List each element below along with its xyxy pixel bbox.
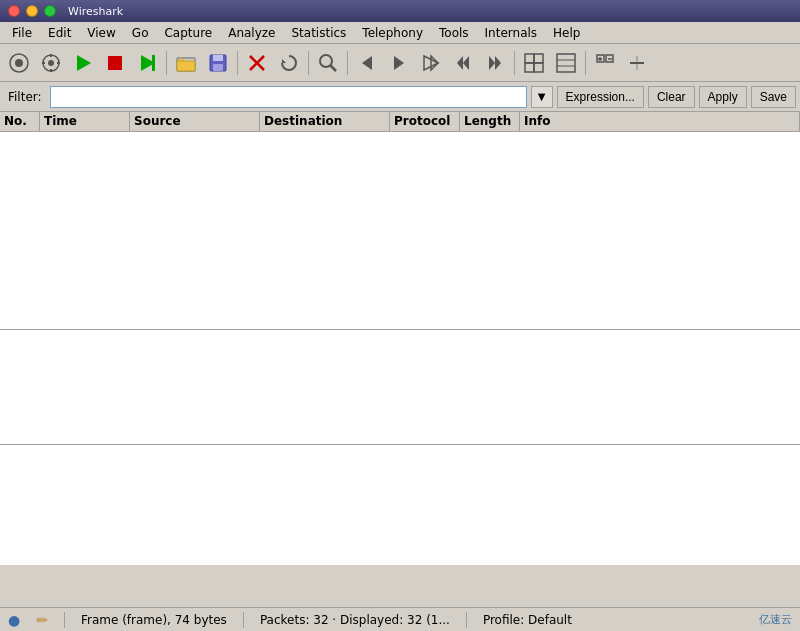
expression-button[interactable]: Expression... xyxy=(557,86,644,108)
open-button[interactable] xyxy=(171,48,201,78)
toolbar-separator-1 xyxy=(166,51,167,75)
options-button[interactable] xyxy=(36,48,66,78)
svg-rect-13 xyxy=(177,61,195,71)
last-packet-button[interactable] xyxy=(480,48,510,78)
filter-input[interactable] xyxy=(50,86,527,108)
status-separator-1 xyxy=(64,612,65,628)
maximize-button[interactable] xyxy=(44,5,56,17)
svg-rect-11 xyxy=(152,55,155,71)
close-button[interactable] xyxy=(8,5,20,17)
svg-rect-31 xyxy=(534,54,543,63)
packets-info: Packets: 32 · Displayed: 32 (1... xyxy=(260,613,450,627)
menu-view[interactable]: View xyxy=(79,24,123,42)
menu-internals[interactable]: Internals xyxy=(477,24,546,42)
svg-rect-34 xyxy=(557,54,575,72)
menu-bar: File Edit View Go Capture Analyze Statis… xyxy=(0,22,800,44)
toolbar-separator-4 xyxy=(347,51,348,75)
svg-rect-9 xyxy=(108,56,122,70)
menu-statistics[interactable]: Statistics xyxy=(283,24,354,42)
menu-file[interactable]: File xyxy=(4,24,40,42)
svg-point-1 xyxy=(15,59,23,67)
back-button[interactable] xyxy=(352,48,382,78)
svg-line-21 xyxy=(330,65,336,71)
status-bar: ● ✏ Frame (frame), 74 bytes Packets: 32 … xyxy=(0,607,800,631)
close-file-button[interactable] xyxy=(242,48,272,78)
stop-capture-button[interactable] xyxy=(100,48,130,78)
svg-marker-26 xyxy=(463,56,469,70)
svg-marker-8 xyxy=(77,55,91,71)
col-header-time[interactable]: Time xyxy=(40,112,130,131)
menu-telephony[interactable]: Telephony xyxy=(354,24,431,42)
svg-rect-33 xyxy=(534,63,543,72)
col-header-length[interactable]: Length xyxy=(460,112,520,131)
go-button[interactable] xyxy=(416,48,446,78)
colorize-button[interactable] xyxy=(519,48,549,78)
menu-tools[interactable]: Tools xyxy=(431,24,477,42)
svg-marker-27 xyxy=(457,56,463,70)
detail-panel xyxy=(0,330,800,445)
col-header-protocol[interactable]: Protocol xyxy=(390,112,460,131)
toolbar-separator-5 xyxy=(514,51,515,75)
col-header-source[interactable]: Source xyxy=(130,112,260,131)
toolbar-separator-2 xyxy=(237,51,238,75)
filter-bar: Filter: ▼ Expression... Clear Apply Save xyxy=(0,82,800,112)
reload-button[interactable] xyxy=(274,48,304,78)
packet-list: No. Time Source Destination Protocol Len… xyxy=(0,112,800,330)
svg-marker-22 xyxy=(362,56,372,70)
first-packet-button[interactable] xyxy=(448,48,478,78)
zoom-in-button[interactable] xyxy=(551,48,581,78)
restart-capture-button[interactable] xyxy=(132,48,162,78)
toolbar xyxy=(0,44,800,82)
collapse-all-button[interactable] xyxy=(622,48,652,78)
menu-capture[interactable]: Capture xyxy=(156,24,220,42)
main-area: No. Time Source Destination Protocol Len… xyxy=(0,112,800,607)
menu-help[interactable]: Help xyxy=(545,24,588,42)
col-header-info[interactable]: Info xyxy=(520,112,800,131)
profile-info: Profile: Default xyxy=(483,613,572,627)
packet-scroll-area[interactable] xyxy=(0,132,800,330)
col-header-no[interactable]: No. xyxy=(0,112,40,131)
menu-edit[interactable]: Edit xyxy=(40,24,79,42)
col-header-destination[interactable]: Destination xyxy=(260,112,390,131)
clear-button[interactable]: Clear xyxy=(648,86,695,108)
svg-marker-28 xyxy=(489,56,495,70)
svg-rect-32 xyxy=(525,63,534,72)
find-button[interactable] xyxy=(313,48,343,78)
svg-marker-23 xyxy=(394,56,404,70)
packet-list-header: No. Time Source Destination Protocol Len… xyxy=(0,112,800,132)
svg-point-3 xyxy=(48,60,54,66)
status-separator-3 xyxy=(466,612,467,628)
frame-info: Frame (frame), 74 bytes xyxy=(81,613,227,627)
forward-button[interactable] xyxy=(384,48,414,78)
toolbar-separator-3 xyxy=(308,51,309,75)
watermark: 亿速云 xyxy=(759,612,792,627)
menu-go[interactable]: Go xyxy=(124,24,157,42)
status-capture-icon: ● xyxy=(8,612,20,628)
svg-rect-30 xyxy=(525,54,534,63)
start-capture-button[interactable] xyxy=(68,48,98,78)
svg-marker-29 xyxy=(495,56,501,70)
svg-rect-16 xyxy=(213,64,223,71)
filter-label: Filter: xyxy=(4,90,46,104)
filter-dropdown-arrow[interactable]: ▼ xyxy=(531,86,553,108)
hex-panel xyxy=(0,445,800,565)
save-filter-button[interactable]: Save xyxy=(751,86,796,108)
menu-analyze[interactable]: Analyze xyxy=(220,24,283,42)
window-title: Wireshark xyxy=(68,5,123,18)
svg-marker-25 xyxy=(431,56,438,70)
save-button[interactable] xyxy=(203,48,233,78)
svg-marker-19 xyxy=(282,59,286,63)
edit-icon: ✏ xyxy=(36,612,48,628)
status-separator-2 xyxy=(243,612,244,628)
interfaces-button[interactable] xyxy=(4,48,34,78)
hex-right xyxy=(680,445,800,565)
minimize-button[interactable] xyxy=(26,5,38,17)
toolbar-separator-6 xyxy=(585,51,586,75)
title-bar: Wireshark xyxy=(0,0,800,22)
hex-left xyxy=(0,445,680,565)
expand-all-button[interactable] xyxy=(590,48,620,78)
apply-button[interactable]: Apply xyxy=(699,86,747,108)
svg-rect-15 xyxy=(213,55,223,61)
